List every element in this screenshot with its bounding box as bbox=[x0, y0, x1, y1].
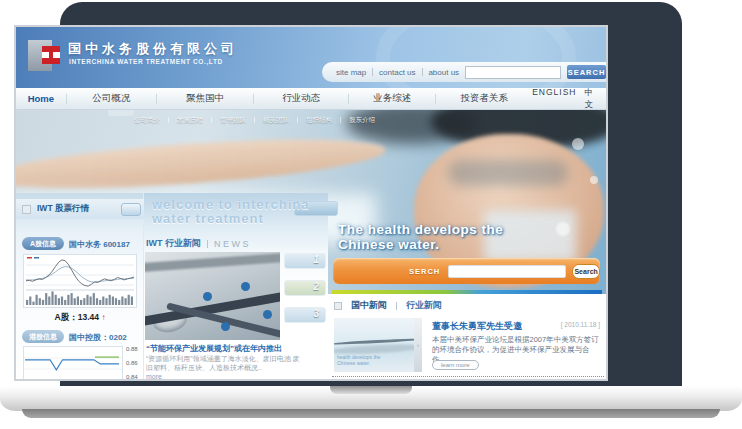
news-tabs: 国中新闻 行业新闻 bbox=[334, 299, 442, 312]
thumbnail-caption: health develops the Chinese water. bbox=[337, 354, 380, 366]
news-thumbnail[interactable]: health develops the Chinese water. bbox=[334, 318, 414, 372]
lang-chinese[interactable]: 中文 bbox=[585, 87, 595, 111]
h-chart-tick: 0.84 bbox=[126, 374, 138, 379]
dotted-divider bbox=[332, 376, 604, 377]
swimmer-brow-shape bbox=[448, 160, 568, 186]
laptop-screen: 国中水务股份有限公司 INTERCHINA WATER TREATMENT CO… bbox=[14, 25, 608, 381]
news-column: 国中新闻 行业新闻 health develops the Chinese wa… bbox=[328, 294, 606, 379]
hero-search-bar: SERCH Search bbox=[333, 258, 600, 284]
a-share-badge: A股信息 bbox=[22, 237, 64, 250]
slide-pager: 1 2 3 bbox=[284, 253, 326, 334]
nav-focus-interchina[interactable]: 聚焦国中 bbox=[157, 92, 253, 105]
main-nav: Home 公司概况 聚焦国中 行业动态 业务综述 投资者关系 ENGLISH 中… bbox=[16, 88, 606, 110]
a-share-price: 13.44 bbox=[78, 312, 99, 322]
utility-bar: site map contact us about us SEARCH bbox=[322, 62, 606, 82]
learn-more-button[interactable]: learn more bbox=[432, 360, 479, 370]
industry-news-title-zh: IWT 行业新闻 bbox=[146, 237, 201, 250]
nav-company-overview[interactable]: 公司概况 bbox=[67, 92, 156, 105]
h-chart-tick: 0.86 bbox=[126, 360, 138, 366]
subnav-company-profile[interactable]: 公司简介 bbox=[134, 116, 160, 125]
subnav-organization[interactable]: 组织结构 bbox=[306, 116, 332, 125]
header-search-input[interactable] bbox=[465, 66, 561, 79]
swimmer-arm-shape bbox=[16, 130, 387, 198]
stock-panel: IWT 股票行情 A股信息 国中水务 600187 bbox=[16, 193, 144, 379]
divider bbox=[372, 68, 373, 76]
h-share-chart bbox=[23, 346, 123, 379]
website: 国中水务股份有限公司 INTERCHINA WATER TREATMENT CO… bbox=[16, 27, 606, 379]
chart-legend-red bbox=[27, 257, 32, 259]
a-share-chart bbox=[23, 254, 137, 308]
center-article-title[interactable]: “节能环保产业发展规划”或在年内推出 bbox=[146, 343, 282, 354]
a-volume-bars bbox=[26, 291, 133, 305]
center-more-link[interactable]: more bbox=[146, 373, 162, 379]
laptop-notch bbox=[330, 386, 412, 394]
stock-panel-header: IWT 股票行情 bbox=[16, 199, 144, 219]
a-share-name[interactable]: 国中水务 600187 bbox=[69, 239, 130, 250]
a-ma-line bbox=[26, 267, 134, 283]
nav-industry-news[interactable]: 行业动态 bbox=[254, 92, 348, 105]
subnav-elite-team[interactable]: 精英团队 bbox=[263, 116, 289, 125]
pager-button-2[interactable]: 2 bbox=[284, 280, 326, 296]
news-article-date: [ 2010.11.18 ] bbox=[561, 321, 600, 328]
a-share-price-label: A股： bbox=[55, 312, 78, 322]
contact-link[interactable]: contact us bbox=[379, 68, 415, 77]
site-header: 国中水务股份有限公司 INTERCHINA WATER TREATMENT CO… bbox=[16, 27, 606, 88]
subnav-history[interactable]: 发展历程 bbox=[177, 116, 203, 125]
tab-industry-news[interactable]: 行业新闻 bbox=[406, 299, 442, 312]
nav-investor-relations[interactable]: 投资者关系 bbox=[436, 92, 532, 105]
active-tab-notch bbox=[108, 110, 134, 116]
chart-legend-blue bbox=[34, 257, 39, 259]
pager-button-3[interactable]: 3 bbox=[284, 307, 326, 323]
nav-home[interactable]: Home bbox=[16, 93, 66, 104]
stock-panel-title: IWT 股票行情 bbox=[37, 203, 89, 215]
laptop-base bbox=[0, 386, 742, 411]
bullet-square-icon bbox=[22, 205, 31, 214]
laptop-base-shadow bbox=[22, 409, 720, 418]
h-share-name[interactable]: 国中控股：0202 bbox=[69, 332, 127, 343]
company-name-en: INTERCHINA WATER TREATMENT CO.,LTD bbox=[69, 58, 223, 65]
hero-search-label: SERCH bbox=[409, 267, 440, 276]
bullet-square-icon bbox=[334, 302, 342, 310]
center-column: welcome to interchina water treatment IW… bbox=[144, 193, 328, 379]
water-plant-photo bbox=[145, 252, 280, 340]
subnav-management-team[interactable]: 管理团队 bbox=[220, 116, 246, 125]
header-search-button[interactable]: SEARCH bbox=[567, 65, 606, 79]
h-price-line bbox=[25, 360, 119, 370]
industry-news-header: IWT 行业新闻 NEWS bbox=[146, 237, 251, 250]
price-up-arrow-icon: ↑ bbox=[101, 313, 105, 322]
nav-business-summary[interactable]: 业务综述 bbox=[349, 92, 435, 105]
hero-search-button[interactable]: Search bbox=[572, 264, 600, 279]
company-logo[interactable] bbox=[42, 46, 60, 64]
center-article-body: “资源循环利用”领域涵盖了海水淡化、废旧电池 废旧塑料、秸秆压块、人造板技术概况… bbox=[146, 354, 304, 372]
lang-english[interactable]: ENGLISH bbox=[532, 87, 576, 111]
divider bbox=[422, 68, 423, 76]
h-chart-tick: 0.88 bbox=[126, 346, 138, 352]
hero-slogan: The health develops the Chinese water. bbox=[338, 222, 503, 252]
sub-nav: 公司简介 发展历程 管理团队 精英团队 组织结构 股东介绍 bbox=[134, 114, 474, 126]
bubble bbox=[556, 222, 570, 236]
industry-news-title-en: NEWS bbox=[214, 239, 251, 249]
thumbnail-arrow[interactable]: › bbox=[414, 318, 422, 372]
sitemap-link[interactable]: site map bbox=[336, 68, 366, 77]
bubble bbox=[590, 176, 598, 184]
pager-button-1[interactable]: 1 bbox=[284, 253, 326, 269]
subnav-shareholders[interactable]: 股东介绍 bbox=[349, 116, 375, 125]
laptop-mockup: 国中水务股份有限公司 INTERCHINA WATER TREATMENT CO… bbox=[0, 0, 742, 429]
a-share-price-row: A股：13.44 ↑ bbox=[16, 312, 144, 324]
a-price-line bbox=[26, 260, 134, 286]
welcome-heading: welcome to interchina water treatment bbox=[152, 198, 310, 226]
about-link[interactable]: about us bbox=[428, 68, 459, 77]
news-article-title[interactable]: 董事长朱勇军先生受邀 bbox=[432, 320, 522, 333]
tab-company-news[interactable]: 国中新闻 bbox=[351, 299, 387, 312]
hero-search-input[interactable] bbox=[448, 265, 566, 278]
stock-more-button[interactable] bbox=[121, 203, 141, 216]
company-name-zh: 国中水务股份有限公司 bbox=[68, 40, 238, 58]
h-share-badge: 港股信息 bbox=[22, 330, 64, 343]
bubble bbox=[572, 138, 584, 150]
